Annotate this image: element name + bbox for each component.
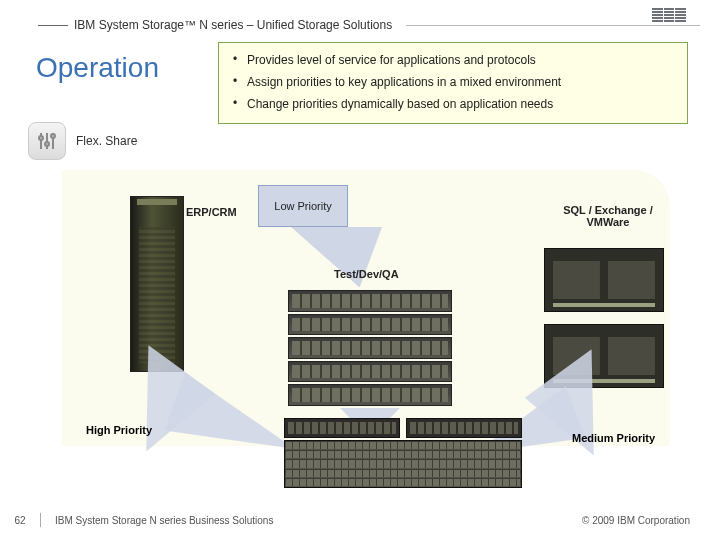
- slide-header: IBM System Storage™ N series – Unified S…: [38, 14, 700, 36]
- bullet-item: Assign priorities to key applications in…: [233, 71, 675, 93]
- high-priority-label: High Priority: [86, 424, 152, 436]
- header-rule-right: [406, 25, 700, 26]
- controller-bottom-a-icon: [284, 418, 400, 438]
- svg-point-1: [39, 136, 43, 140]
- medium-priority-label: Medium Priority: [572, 432, 655, 444]
- header-title: IBM System Storage™ N series – Unified S…: [74, 18, 392, 32]
- copyright: © 2009 IBM Corporation: [582, 515, 720, 526]
- ibm-logo-icon: [652, 8, 686, 24]
- storage-shelves-icon: [288, 290, 452, 406]
- controller-bottom-b-icon: [406, 418, 522, 438]
- footer-title: IBM System Storage N series Business Sol…: [55, 515, 582, 526]
- controller-right-a-icon: [544, 248, 664, 312]
- flexshare-widget: Flex. Share: [28, 122, 137, 160]
- footer-divider: [40, 513, 41, 527]
- page-title: Operation: [36, 52, 159, 84]
- feature-bullets: Provides level of service for applicatio…: [218, 42, 688, 124]
- bullet-item: Change priorities dynamically based on a…: [233, 93, 675, 115]
- header-rule-left: [38, 25, 68, 26]
- low-priority-label: Low Priority: [258, 185, 348, 227]
- large-storage-stack-icon: [284, 440, 522, 488]
- svg-point-3: [45, 142, 49, 146]
- erp-crm-label: ERP/CRM: [186, 206, 237, 218]
- sql-exchange-label: SQL / Exchange / VMWare: [548, 204, 668, 228]
- testdev-label: Test/Dev/QA: [334, 268, 399, 280]
- slide-footer: 62 IBM System Storage N series Business …: [0, 510, 720, 530]
- bullet-item: Provides level of service for applicatio…: [233, 49, 675, 71]
- page-number: 62: [0, 515, 40, 526]
- sliders-icon: [28, 122, 66, 160]
- svg-point-5: [51, 134, 55, 138]
- flexshare-label: Flex. Share: [76, 134, 137, 148]
